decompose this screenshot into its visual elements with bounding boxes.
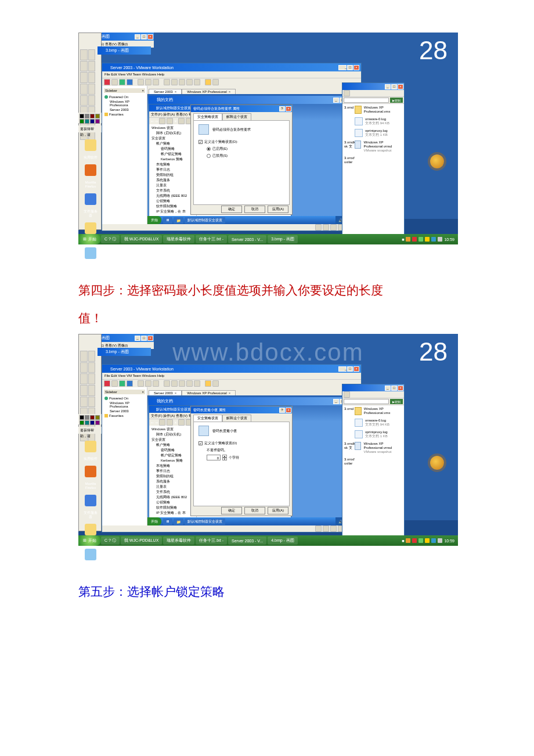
refresh-icon[interactable] (178, 419, 185, 426)
tab-explain[interactable]: 解释这个设置 (222, 415, 251, 422)
tray-icon[interactable] (438, 538, 442, 543)
guest-taskbar[interactable]: 开始 🖥 📁 默认域控制器安全设置 🔊 🛡 10:59 (147, 517, 361, 525)
sidebar-favorites[interactable]: Favorites (104, 413, 145, 418)
secpol-tree[interactable]: Windows 设置 脚本 (启动/关机) 安全设置 帐户策略 密码策略 帐户锁… (149, 426, 197, 521)
explorer-toolbar[interactable] (342, 90, 404, 97)
maximize-icon[interactable]: □ (141, 336, 147, 341)
explorer-titlebar[interactable]: _ □ × (342, 384, 404, 391)
file-item[interactable]: vmware-0.log文本文档 94 KB (344, 419, 402, 427)
desktop-icon-fileserver[interactable] (85, 495, 96, 506)
minimize-icon[interactable]: _ (135, 336, 140, 341)
taskbar-item[interactable]: Server 2003 - V... (228, 235, 266, 243)
tree-item[interactable]: 脚本 (启动/关机) (150, 131, 195, 136)
tab-close-icon[interactable]: × (229, 391, 231, 395)
sidebar-vm-server[interactable]: Server 2003 (104, 107, 145, 112)
tree-item[interactable]: 公钥策略 (150, 199, 195, 204)
close-icon[interactable]: × (147, 336, 153, 341)
device-icon[interactable] (323, 224, 329, 231)
taskbar-item[interactable]: 我 WJC-PDD&LUX (121, 537, 163, 545)
file-item[interactable]: 3.vmd Windows XP Professional.vmx (344, 106, 402, 114)
paint-color-palette[interactable] (78, 414, 102, 424)
desktop-icon-firefox[interactable] (85, 466, 96, 477)
revert-icon[interactable] (145, 79, 151, 85)
close-sidebar-icon[interactable]: × (142, 390, 144, 394)
guest-start-button[interactable]: 开始 (147, 216, 161, 224)
revert-icon[interactable] (145, 380, 151, 387)
tree-item[interactable]: 帐户锁定策略 (150, 152, 195, 157)
apply-button[interactable]: 应用(A) (268, 206, 288, 213)
host-tray[interactable]: ■ 10:59 (402, 538, 454, 543)
vmware-titlebar[interactable]: Server 2003 - VMware Workstation _ □ × (102, 63, 361, 71)
views-icon[interactable] (344, 90, 350, 96)
tray-icon[interactable] (412, 538, 417, 543)
spinner-down-icon[interactable]: ▼ (222, 458, 227, 460)
tab-winxp[interactable]: Windows XP Professional× (182, 89, 236, 94)
radio-enabled[interactable]: 已启用(E) (207, 146, 284, 152)
tools-icon[interactable] (205, 380, 211, 387)
checkbox-icon[interactable] (199, 140, 203, 144)
sidebar-powered-on[interactable]: Powered On (104, 95, 145, 99)
maximize-icon[interactable]: □ (347, 366, 353, 372)
close-icon[interactable]: × (353, 366, 359, 372)
prop-icon[interactable] (167, 419, 173, 426)
power-on-icon[interactable] (119, 79, 125, 85)
explorer-file-list[interactable]: 3.vmd Windows XP Professional.vmx vmware… (342, 104, 404, 235)
minimize-icon[interactable]: _ (338, 65, 347, 70)
taskbar-item[interactable]: 3.bmp - 画图 (268, 235, 298, 243)
unity-icon[interactable] (171, 380, 178, 387)
maximize-icon[interactable]: □ (141, 34, 147, 39)
device-icon[interactable] (330, 224, 337, 231)
vmware-toolbar[interactable] (102, 379, 361, 387)
file-item[interactable]: 3.vmd Windows XP Professional.vmx (344, 407, 402, 415)
host-taskbar[interactable]: ⊞开始 C ? ⓘ 我 WJC-PDD&LUX 瑞星杀毒软件 任务十三.txt … (78, 535, 458, 546)
vmware-menubar[interactable]: File Edit View VM Team Windows Help (102, 71, 361, 78)
tools-icon[interactable] (205, 79, 211, 85)
tree-item[interactable]: 帐户策略 (150, 141, 195, 146)
maximize-icon[interactable]: □ (347, 65, 353, 70)
file-item[interactable]: 3.vmdk sk 文 Windows XP Professional.vmsd… (344, 442, 402, 454)
explorer-addressbar[interactable]: ▶转到 (342, 398, 404, 405)
summary-icon[interactable] (194, 79, 200, 85)
tab-policy-setting[interactable]: 安全策略设置 (193, 415, 222, 422)
reset-icon[interactable] (127, 380, 133, 387)
file-item[interactable]: vmware-0.log文本文档 94 KB (344, 117, 402, 125)
tab-server2003[interactable]: Server 2003× (149, 390, 182, 395)
close-icon[interactable]: × (147, 34, 153, 39)
power-off-icon[interactable] (104, 79, 110, 85)
tab-close-icon[interactable]: × (175, 90, 177, 93)
taskbar-item-secpol[interactable]: 默认域控制器安全设置 (185, 217, 225, 224)
tray-icon[interactable] (406, 538, 410, 543)
mydocs-titlebar[interactable]: 我的文档 _ □ × (149, 397, 352, 405)
tray-icon[interactable] (425, 538, 430, 543)
minimize-icon[interactable]: _ (333, 98, 339, 103)
host-tray[interactable]: ■ 10:59 (402, 237, 454, 242)
taskbar-item[interactable]: 🖥 (163, 519, 172, 525)
ok-button[interactable]: 确定 (221, 507, 242, 514)
dialog-titlebar[interactable]: 密码必须符合复杂性要求 属性 ?× (191, 105, 292, 112)
minimize-icon[interactable]: _ (135, 34, 140, 39)
guest-start-button[interactable]: 开始 (147, 517, 161, 525)
tree-item[interactable]: 系统服务 (150, 178, 195, 183)
desktop-icon-fileserver[interactable] (85, 193, 96, 205)
views-icon[interactable] (344, 391, 350, 398)
explorer-file-list[interactable]: 3.vmd Windows XP Professional.vmx vmware… (342, 405, 404, 537)
suspend-icon[interactable] (111, 380, 118, 387)
close-icon[interactable]: × (398, 386, 403, 391)
go-button[interactable]: ▶转到 (390, 98, 403, 103)
back-icon[interactable]: ⇐ (151, 119, 154, 123)
power-off-icon[interactable] (104, 380, 110, 387)
help-icon[interactable] (212, 79, 219, 85)
address-input[interactable] (344, 98, 389, 103)
tree-item[interactable]: 密码策略 (150, 146, 195, 152)
tree-item[interactable]: 软件限制策略 (150, 204, 195, 209)
close-icon[interactable]: × (286, 106, 291, 111)
device-icon[interactable] (330, 525, 337, 532)
tree-item[interactable]: 无线网络 (IEEE 802 (150, 193, 195, 199)
cancel-button[interactable]: 取消 (244, 507, 265, 514)
tree-item[interactable]: 事件日志 (150, 167, 195, 172)
suspend-icon[interactable] (111, 79, 118, 85)
paint-titlebar-2[interactable]: 3.bmp - 画图 (98, 46, 151, 55)
vmware-titlebar[interactable]: Server 2003 - VMware Workstation _ □ × (102, 365, 361, 373)
forward-icon[interactable]: ⇒ (155, 119, 158, 123)
forward-icon[interactable]: ⇒ (155, 420, 158, 424)
